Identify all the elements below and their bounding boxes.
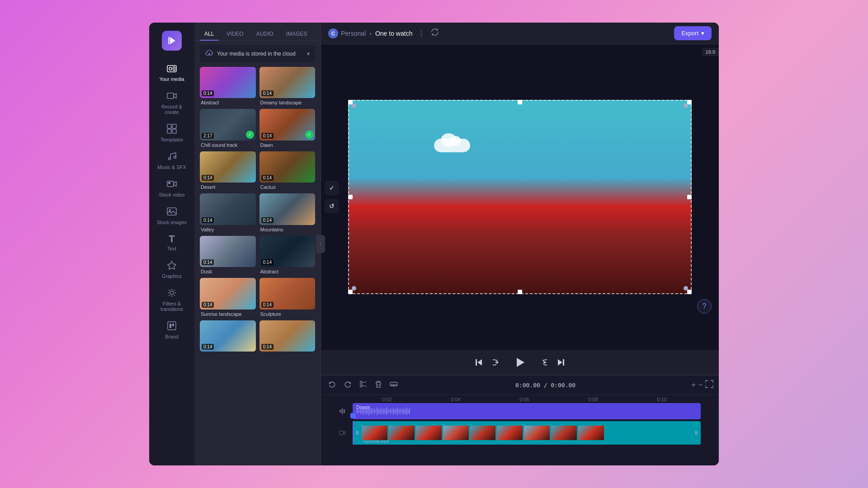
sidebar-item-filters[interactable]: Filters & transitions [154,284,190,315]
help-button[interactable]: ? [697,299,712,314]
filters-icon [167,288,177,299]
sidebar-item-record[interactable]: Record & create [154,87,190,118]
video-pause-right-icon: ⏸ [693,430,699,436]
svg-marker-27 [542,360,543,361]
preview-corner-bl[interactable] [352,286,356,291]
svg-marker-25 [496,360,498,361]
video-thumb-9 [578,426,604,440]
export-label: Export [681,30,698,37]
media-item-8[interactable]: 0:14Mountains [259,193,316,232]
media-label-8: Mountains [259,227,316,232]
media-label-1: Abstract [200,100,256,105]
sidebar-item-stock-video[interactable]: Stock video [154,175,190,201]
sidebar-item-your-media[interactable]: Your media [154,60,190,85]
tab-images[interactable]: IMAGES [282,28,312,41]
reset-crop-button[interactable]: ↺ [325,199,339,213]
audio-clip[interactable]: Dream [353,403,701,419]
preview-corner-br[interactable] [684,286,688,291]
record-label: Record & create [156,104,188,115]
svg-rect-42 [340,431,344,435]
cloud-bar[interactable]: Your media is stored in the cloud ▾ [200,45,315,62]
media-item-9[interactable]: 0:14Dusk [200,236,256,274]
preview-corner-tr[interactable] [684,103,688,108]
skip-forward-button[interactable] [556,357,566,367]
crop-handle-bl[interactable] [348,290,353,294]
media-thumb-8: 0:14 [259,193,316,225]
sidebar-item-text[interactable]: T Text [154,230,190,255]
timeline-undo-button[interactable] [326,378,338,392]
preview-tools: ✓ ↺ [321,177,343,217]
svg-rect-5 [167,93,174,99]
play-button[interactable] [512,354,528,371]
timeline-needle[interactable] [353,421,354,445]
svg-rect-22 [172,324,174,326]
sidebar-item-music[interactable]: Music & SFX [154,148,190,174]
wave-bar [400,408,401,414]
media-duration-5: 0:14 [202,175,214,181]
sidebar-item-stock-images[interactable]: Stock images [154,203,190,229]
timeline-redo-button[interactable] [342,378,354,392]
sidebar-item-brand[interactable]: Brand [154,317,190,343]
crop-handle-bm[interactable] [518,290,522,294]
timeline-zoom-out-button[interactable]: − [698,381,703,389]
media-item-1[interactable]: 0:14Abstract [200,67,256,105]
media-item-6[interactable]: 0:14Cactus [259,151,316,190]
media-thumb-5: 0:14 [200,151,256,183]
tab-audio[interactable]: AUDIO [252,28,278,41]
skip-back-button[interactable] [474,357,484,367]
preview-corner-tl[interactable] [352,103,356,108]
media-item-3[interactable]: 2:17✓Chill sound track [200,109,256,147]
collapse-panel-button[interactable]: ‹ [316,235,325,253]
wave-bar [382,409,383,413]
export-button[interactable]: Export ▾ [674,26,712,40]
timeline-expand-button[interactable] [705,380,713,390]
forward-button[interactable] [537,357,547,367]
media-item-11[interactable]: 0:14Sunrise landscape [200,278,256,316]
rewind-button[interactable] [493,357,503,367]
ruler-mark-1: 0:02 [353,397,421,402]
crop-handle-tm[interactable] [518,100,522,104]
svg-rect-39 [340,410,341,413]
your-media-icon [167,63,177,75]
crop-handle-mr[interactable] [687,195,692,199]
crop-handle-br[interactable] [687,290,692,294]
timeline-zoom-in-button[interactable]: + [691,381,695,389]
music-icon [167,151,177,163]
ruler-start [344,397,353,402]
timeline-toolbar: 0:00.00 / 0:00.00 + − [321,375,719,395]
media-item-5[interactable]: 0:14Desert [200,151,256,190]
video-pause-left-icon: ⏸ [354,430,360,436]
brand-label: Brand [165,334,178,339]
sync-button[interactable] [430,28,439,39]
media-item-13[interactable]: 0:14 [200,320,256,352]
media-panel: ALL VIDEO AUDIO IMAGES Your media is sto… [194,23,321,465]
sidebar-item-templates[interactable]: Templates [154,120,190,146]
media-item-7[interactable]: 0:14Valley [200,193,256,232]
media-duration-8: 0:14 [261,217,274,223]
timeline-delete-button[interactable] [373,378,384,392]
svg-point-12 [174,156,176,159]
your-media-label: Your media [159,76,184,82]
video-clip[interactable]: ⏸ [353,421,701,445]
media-item-12[interactable]: 0:14Sculpture [259,278,316,316]
crop-handle-tr[interactable] [687,100,692,104]
confirm-crop-button[interactable]: ✓ [325,181,339,195]
media-item-2[interactable]: 0:14Dreamy landscape [259,67,316,105]
media-thumb-4: 0:14✓ [259,109,316,140]
media-item-4[interactable]: 0:14✓Dawn [259,109,316,147]
timeline-add-button[interactable] [388,378,400,392]
timeline-cut-button[interactable] [357,378,369,392]
more-options-button[interactable]: ⋮ [418,29,425,38]
timeline-current-time: 0:00.00 [515,382,540,389]
sidebar-item-graphics[interactable]: Graphics [154,257,190,282]
media-item-10[interactable]: 0:14Abstract [259,236,316,274]
media-item-14[interactable]: 0:14 [259,320,316,352]
tab-all[interactable]: ALL [200,28,218,41]
media-check-3: ✓ [246,131,254,139]
wave-bar [406,407,407,415]
tab-video[interactable]: VIDEO [222,28,248,41]
wave-bar [401,410,402,413]
crop-handle-ml[interactable] [348,195,353,199]
aspect-ratio-badge[interactable]: 16:9 [702,48,719,56]
editor-main: C Personal › One to watch ⋮ Export ▾ [321,23,719,465]
